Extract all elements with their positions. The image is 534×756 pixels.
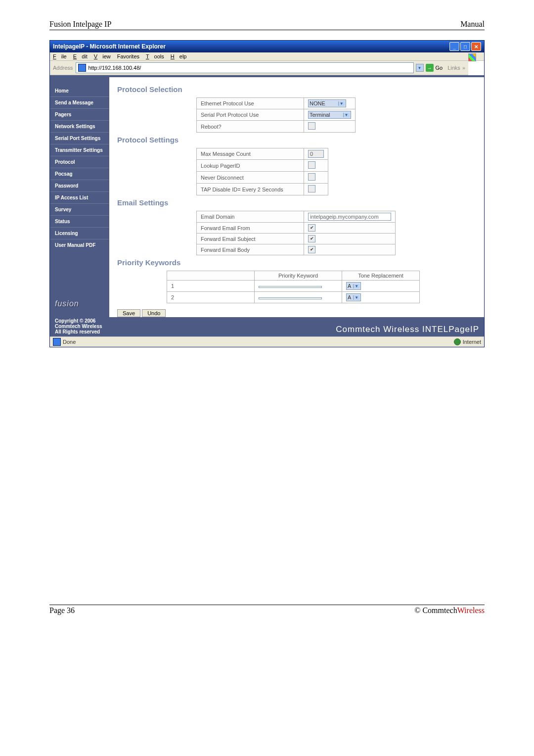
label-max-msg-count: Max Message Count: [197, 148, 304, 160]
brand-text: Commtech Wireless INTELPageIP: [336, 325, 479, 334]
pk-header-blank: [167, 271, 255, 281]
title-bar: IntelpageIP - Microsoft Internet Explore…: [50, 41, 484, 52]
pk-row-2-num: 2: [167, 292, 255, 303]
section-email-settings: Email Settings: [117, 198, 476, 207]
doc-header-right: Manual: [460, 20, 485, 29]
label-fwd-subject: Forward Email Subject: [197, 234, 304, 244]
address-input[interactable]: http://192.168.100.48/: [88, 65, 411, 71]
priority-keywords-table: Priority Keyword Tone Replacement 1 A▼ 2…: [167, 271, 420, 303]
sidebar-item-ip-access-list[interactable]: IP Access List: [50, 191, 109, 203]
label-fwd-from: Forward Email From: [197, 223, 304, 234]
pk-row-1-keyword[interactable]: [259, 286, 322, 288]
sidebar-item-pagers[interactable]: Pagers: [50, 108, 109, 120]
menu-edit[interactable]: Edit: [73, 53, 88, 59]
address-bar: Address http://192.168.100.48/ ▼ → Go Li…: [50, 61, 468, 75]
label-ethernet-protocol: Ethernet Protocol Use: [197, 98, 304, 109]
pk-row-2-keyword[interactable]: [259, 297, 322, 299]
checkbox-fwd-subject[interactable]: [308, 235, 315, 242]
sidebar: Home Send a Message Pagers Network Setti…: [50, 77, 109, 317]
checkbox-tap-disable[interactable]: [308, 185, 315, 192]
label-fwd-body: Forward Email Body: [197, 244, 304, 255]
section-priority-keywords: Priority Keywords: [117, 258, 476, 267]
email-settings-table: Email Domain intelpageip.mycompany.com F…: [196, 211, 396, 255]
copyright-line: © CommtechWireless: [414, 606, 485, 615]
section-protocol-settings: Protocol Settings: [117, 136, 476, 144]
browser-window: IntelpageIP - Microsoft Internet Explore…: [49, 40, 485, 347]
menu-tools[interactable]: Tools: [146, 53, 164, 59]
minimize-button[interactable]: _: [449, 42, 459, 51]
sidebar-item-network-settings[interactable]: Network Settings: [50, 120, 109, 132]
checkbox-fwd-body[interactable]: [308, 246, 315, 253]
label-reboot: Reboot?: [197, 121, 304, 133]
sidebar-item-serial-port-settings[interactable]: Serial Port Settings: [50, 132, 109, 144]
status-zone: Internet: [463, 339, 481, 345]
sidebar-item-status[interactable]: Status: [50, 215, 109, 227]
menu-help[interactable]: Help: [171, 53, 187, 59]
checkbox-reboot[interactable]: [308, 122, 315, 130]
sidebar-item-pocsag[interactable]: Pocsag: [50, 168, 109, 180]
sidebar-item-send-message[interactable]: Send a Message: [50, 96, 109, 108]
protocol-settings-table: Max Message Count 0 Lookup PagerID Never…: [196, 148, 328, 195]
address-dropdown[interactable]: ▼: [416, 64, 424, 72]
undo-button[interactable]: Undo: [142, 309, 166, 317]
pk-header-tone: Tone Replacement: [342, 271, 420, 281]
pk-header-keyword: Priority Keyword: [255, 271, 342, 281]
pk-row-2-tone[interactable]: A▼: [346, 293, 361, 301]
main-content: Protocol Selection Ethernet Protocol Use…: [109, 77, 484, 317]
checkbox-never-disconnect[interactable]: [308, 173, 315, 181]
select-serial-protocol[interactable]: Terminal▼: [308, 111, 351, 119]
section-protocol-selection: Protocol Selection: [117, 85, 476, 94]
sidebar-item-password[interactable]: Password: [50, 180, 109, 191]
page-footer: Copyright © 2006 Commtech Wireless All R…: [50, 317, 484, 336]
done-icon: [53, 338, 61, 346]
menu-bar: File Edit View Favorites Tools Help: [50, 52, 484, 61]
sidebar-logo: fusion: [50, 290, 109, 317]
input-email-domain[interactable]: intelpageip.mycompany.com: [308, 213, 391, 221]
pk-row-1-num: 1: [167, 281, 255, 292]
go-button[interactable]: Go: [436, 65, 443, 71]
save-button[interactable]: Save: [117, 309, 140, 317]
input-max-msg-count[interactable]: 0: [308, 150, 324, 158]
label-lookup-pagerid: Lookup PagerID: [197, 160, 304, 172]
label-serial-protocol: Serial Port Protocol Use: [197, 109, 304, 121]
sidebar-item-transmitter-settings[interactable]: Transmitter Settings: [50, 144, 109, 156]
window-title: IntelpageIP - Microsoft Internet Explore…: [53, 43, 166, 50]
menu-file[interactable]: File: [53, 53, 67, 59]
status-done: Done: [63, 339, 76, 345]
status-bar: Done Internet: [50, 336, 484, 347]
doc-header-left: Fusion Intelpage IP: [49, 20, 111, 29]
menu-view[interactable]: View: [94, 53, 111, 59]
label-tap-disable: TAP Disable ID= Every 2 Seconds: [197, 184, 304, 195]
go-icon[interactable]: →: [426, 64, 434, 72]
sidebar-item-survey[interactable]: Survey: [50, 203, 109, 215]
checkbox-lookup-pagerid[interactable]: [308, 161, 315, 169]
checkbox-fwd-from[interactable]: [308, 224, 315, 232]
links-label[interactable]: Links: [447, 65, 460, 71]
address-label: Address: [53, 65, 73, 71]
label-never-disconnect: Never Disconnect: [197, 172, 304, 184]
copyright-text: Copyright © 2006 Commtech Wireless All R…: [55, 318, 102, 334]
sidebar-item-user-manual-pdf[interactable]: User Manual PDF: [50, 239, 109, 251]
page-num: Page 36: [49, 606, 75, 615]
sidebar-item-protocol[interactable]: Protocol: [50, 156, 109, 168]
ie-flag-icon: [468, 53, 476, 61]
internet-icon: [454, 338, 461, 345]
sidebar-item-home[interactable]: Home: [50, 85, 109, 96]
select-ethernet-protocol[interactable]: NONE▼: [308, 99, 346, 107]
maximize-button[interactable]: □: [460, 42, 470, 51]
page-icon: [78, 64, 86, 72]
pk-row-1-tone[interactable]: A▼: [346, 282, 361, 290]
menu-favorites[interactable]: Favorites: [117, 53, 139, 59]
protocol-selection-table: Ethernet Protocol Use NONE▼ Serial Port …: [196, 97, 356, 133]
close-button[interactable]: ✕: [471, 42, 481, 51]
sidebar-item-licensing[interactable]: Licensing: [50, 227, 109, 239]
label-email-domain: Email Domain: [197, 211, 304, 223]
